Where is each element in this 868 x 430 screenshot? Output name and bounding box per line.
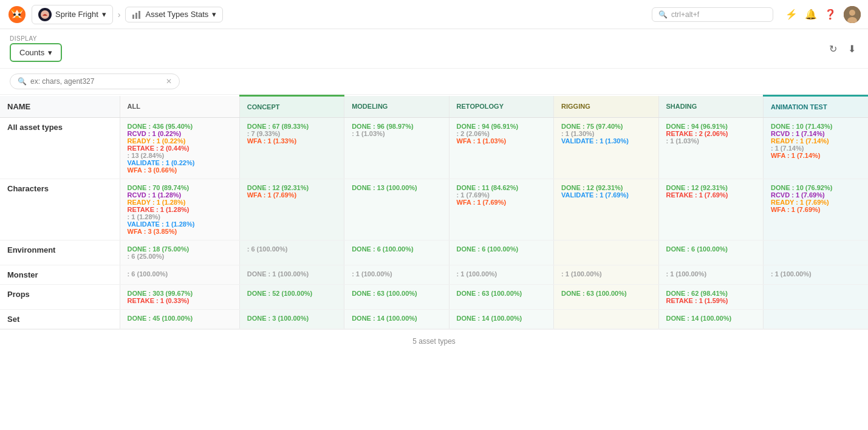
cell-retopology: DONE : 94 (96.91%): 2 (2.06%)WFA : 1 (1.… [449, 117, 553, 179]
stats-icon [132, 10, 142, 19]
cell-rigging: DONE : 75 (97.40%): 1 (1.30%)VALIDATE : … [554, 117, 658, 179]
cell-all: DONE : 18 (75.00%): 6 (25.00%) [120, 240, 239, 265]
cell-shading: DONE : 94 (96.91%)RETAKE : 2 (2.06%): 1 … [658, 117, 763, 179]
cell-rigging [554, 240, 658, 265]
search-row: 🔍 ✕ [0, 69, 868, 95]
cell-animation [763, 240, 868, 265]
cell-animation: DONE : 10 (71.43%)RCVD : 1 (7.14%)READY … [763, 117, 868, 179]
breadcrumb-arrow: › [118, 10, 121, 19]
project-name: Sprite Fright [55, 10, 98, 19]
refresh-button[interactable]: ↻ [827, 41, 839, 57]
col-header-name: NAME [0, 96, 120, 118]
col-header-animation: ANIMATION TEST [763, 96, 868, 118]
cell-name: All asset types [0, 117, 120, 179]
download-button[interactable]: ⬇ [846, 41, 858, 57]
cell-retopology: DONE : 63 (100.00%) [449, 284, 553, 309]
svg-point-12 [849, 10, 855, 16]
cell-animation: DONE : 10 (76.92%)RCVD : 1 (7.69%)READY … [763, 179, 868, 240]
global-search[interactable]: 🔍 ctrl+alt+f [652, 7, 773, 22]
page-dropdown-icon: ▾ [212, 10, 216, 19]
table-row: SetDONE : 45 (100.00%)DONE : 3 (100.00%)… [0, 309, 868, 329]
toolbar: DISPLAY Counts ▾ ↻ ⬇ [0, 29, 868, 69]
col-header-modeling: MODELING [344, 96, 449, 118]
notifications-icon[interactable]: 🔔 [805, 9, 817, 20]
col-header-retopology: RETOPOLOGY [449, 96, 553, 118]
cell-concept: DONE : 12 (92.31%)WFA : 1 (7.69%) [239, 179, 344, 240]
svg-point-5 [18, 13, 21, 16]
cell-name: Monster [0, 265, 120, 284]
table-row: All asset typesDONE : 436 (95.40%)RCVD :… [0, 117, 868, 179]
table-search-icon: 🔍 [18, 77, 27, 86]
asset-count-label: 5 asset types [412, 337, 456, 346]
cell-retopology: : 1 (100.00%) [449, 265, 553, 284]
cell-rigging: DONE : 63 (100.00%) [554, 284, 658, 309]
cell-name: Environment [0, 240, 120, 265]
project-dropdown-icon: ▾ [102, 10, 106, 19]
svg-point-6 [15, 16, 19, 18]
cell-retopology: DONE : 6 (100.00%) [449, 240, 553, 265]
cell-modeling: DONE : 96 (98.97%): 1 (1.03%) [344, 117, 449, 179]
table-row: Monster: 6 (100.00%)DONE : 1 (100.00%): … [0, 265, 868, 284]
table-row: PropsDONE : 303 (99.67%)RETAKE : 1 (0.33… [0, 284, 868, 309]
search-shortcut: ctrl+alt+f [671, 10, 699, 19]
table-row: CharactersDONE : 70 (89.74%)RCVD : 1 (1.… [0, 179, 868, 240]
cell-modeling: DONE : 63 (100.00%) [344, 284, 449, 309]
col-header-shading: SHADING [658, 96, 763, 118]
cell-shading: DONE : 12 (92.31%)RETAKE : 1 (7.69%) [658, 179, 763, 240]
cell-concept: DONE : 1 (100.00%) [239, 265, 344, 284]
cell-shading: DONE : 62 (98.41%)RETAKE : 1 (1.59%) [658, 284, 763, 309]
cell-animation [763, 309, 868, 329]
cell-modeling: DONE : 14 (100.00%) [344, 309, 449, 329]
table-header-row: NAME ALL CONCEPT MODELING RETOPOLOGY RIG… [0, 96, 868, 118]
table-search-box[interactable]: 🔍 ✕ [10, 73, 180, 89]
stats-table: NAME ALL CONCEPT MODELING RETOPOLOGY RIG… [0, 95, 868, 329]
app-header: Sprite Fright ▾ › Asset Types Stats ▾ 🔍 … [0, 0, 868, 29]
cell-animation [763, 284, 868, 309]
cell-concept: : 6 (100.00%) [239, 240, 344, 265]
project-selector[interactable]: Sprite Fright ▾ [32, 5, 113, 24]
cell-concept: DONE : 3 (100.00%) [239, 309, 344, 329]
cell-rigging: DONE : 12 (92.31%)VALIDATE : 1 (7.69%) [554, 179, 658, 240]
cell-all: DONE : 45 (100.00%) [120, 309, 239, 329]
cell-all: : 6 (100.00%) [120, 265, 239, 284]
cell-concept: DONE : 67 (89.33%): 7 (9.33%)WFA : 1 (1.… [239, 117, 344, 179]
cell-all: DONE : 436 (95.40%)RCVD : 1 (0.22%)READY… [120, 117, 239, 179]
cell-rigging: : 1 (100.00%) [554, 265, 658, 284]
svg-point-4 [13, 13, 16, 16]
cell-rigging [554, 309, 658, 329]
cell-all: DONE : 303 (99.67%)RETAKE : 1 (0.33%) [120, 284, 239, 309]
user-avatar[interactable] [844, 6, 861, 23]
clear-search-button[interactable]: ✕ [166, 77, 172, 86]
col-header-all: ALL [120, 96, 239, 118]
cell-retopology: DONE : 14 (100.00%) [449, 309, 553, 329]
col-header-rigging: RIGGING [554, 96, 658, 118]
page-selector[interactable]: Asset Types Stats ▾ [125, 7, 223, 22]
svg-rect-9 [135, 13, 137, 19]
stats-table-wrap: NAME ALL CONCEPT MODELING RETOPOLOGY RIG… [0, 95, 868, 329]
cell-modeling: DONE : 13 (100.00%) [344, 179, 449, 240]
cell-modeling: : 1 (100.00%) [344, 265, 449, 284]
cell-name: Characters [0, 179, 120, 240]
toolbar-actions: ↻ ⬇ [827, 41, 858, 57]
display-value: Counts [19, 48, 44, 57]
cell-animation: : 1 (100.00%) [763, 265, 868, 284]
cell-concept: DONE : 52 (100.00%) [239, 284, 344, 309]
cell-retopology: DONE : 11 (84.62%): 1 (7.69%)WFA : 1 (7.… [449, 179, 553, 240]
table-search-input[interactable] [30, 77, 162, 86]
dropdown-chevron-icon: ▾ [48, 48, 52, 57]
help-icon[interactable]: ❓ [824, 9, 836, 20]
display-label: DISPLAY [10, 35, 62, 42]
table-row: EnvironmentDONE : 18 (75.00%): 6 (25.00%… [0, 240, 868, 265]
flash-icon[interactable]: ⚡ [785, 9, 798, 20]
cell-all: DONE : 70 (89.74%)RCVD : 1 (1.28%)READY … [120, 179, 239, 240]
project-icon [38, 8, 52, 21]
table-footer: 5 asset types [0, 329, 868, 353]
page-name: Asset Types Stats [145, 10, 208, 19]
display-dropdown[interactable]: Counts ▾ [10, 43, 62, 62]
svg-rect-8 [132, 15, 134, 19]
app-logo [7, 5, 27, 24]
header-icons: ⚡ 🔔 ❓ [785, 6, 861, 23]
col-header-concept: CONCEPT [239, 96, 344, 118]
search-icon: 🔍 [658, 10, 668, 19]
cell-shading: DONE : 6 (100.00%) [658, 240, 763, 265]
